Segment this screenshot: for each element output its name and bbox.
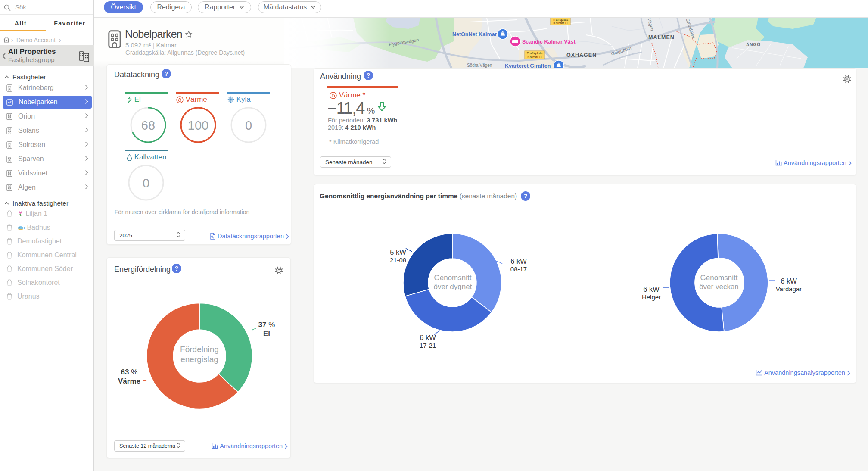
svg-text:MALMEN: MALMEN <box>648 34 675 41</box>
svg-text:OXHAGEN: OXHAGEN <box>566 52 597 58</box>
svg-text:Södra Vägen: Södra Vägen <box>467 63 492 68</box>
svg-text:0: 0 <box>143 176 149 190</box>
svg-text:NetOnNet Kalmar: NetOnNet Kalmar <box>452 31 497 37</box>
svg-text:100: 100 <box>188 119 208 132</box>
svg-text:ÄNGÖ: ÄNGÖ <box>746 42 761 47</box>
svg-text:Kalmar C: Kalmar C <box>527 55 542 59</box>
svg-text:0: 0 <box>245 119 252 132</box>
svg-text:Kvarteret Giraffen: Kvarteret Giraffen <box>505 63 551 68</box>
svg-text:Trafikplats: Trafikplats <box>527 51 543 55</box>
svg-text:68: 68 <box>141 119 155 132</box>
svg-text:Scandic Kalmar Väst: Scandic Kalmar Väst <box>522 39 576 45</box>
svg-text:Kalmar C: Kalmar C <box>553 21 568 25</box>
